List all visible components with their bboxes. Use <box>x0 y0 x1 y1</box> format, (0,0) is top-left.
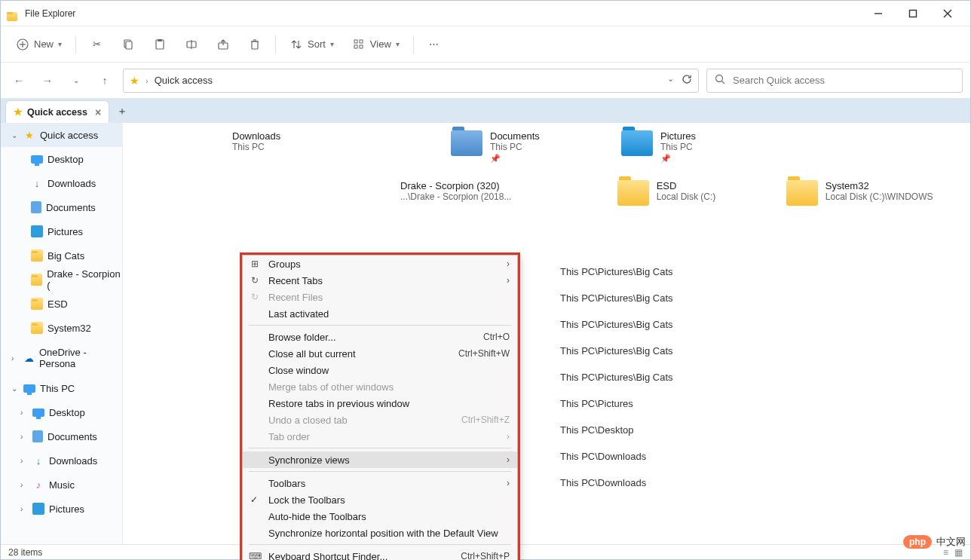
frequent-folders-row1: Downloads This PC Documents This PC 📌 <box>183 130 955 164</box>
forward-button[interactable]: → <box>37 70 58 91</box>
sidebar-item-thispc[interactable]: ⌄This PC <box>1 376 122 400</box>
svg-point-21 <box>716 75 723 82</box>
ctx-sync-views[interactable]: Synchronize views› <box>243 451 517 468</box>
folder-name: Downloads <box>232 130 280 142</box>
watermark-text: 中文网 <box>936 535 966 549</box>
ctx-sync-horiz[interactable]: Synchronize horizontal position with the… <box>243 525 517 541</box>
desktop-icon <box>31 155 43 164</box>
maximize-button[interactable] <box>896 2 930 25</box>
sidebar-item-tp-desktop[interactable]: ›Desktop <box>1 400 122 424</box>
chevron-right-icon: › <box>507 431 510 442</box>
pin-icon: 📌 <box>490 154 540 164</box>
ctx-groups[interactable]: ⊞Groups› <box>243 256 517 272</box>
new-tab-button[interactable]: ＋ <box>114 103 130 120</box>
recent-path[interactable]: This PC\Downloads <box>560 470 862 496</box>
download-icon: ↓ <box>32 454 44 467</box>
folder-item-downloads[interactable]: Downloads This PC <box>232 130 451 164</box>
folder-item-pictures[interactable]: Pictures This PC 📌 <box>621 130 792 164</box>
new-button[interactable]: New ▾ <box>8 32 69 57</box>
folder-icon <box>617 180 649 206</box>
share-button[interactable] <box>209 32 237 57</box>
pc-icon <box>23 384 35 393</box>
sidebar-label: Drake - Scorpion ( <box>47 268 122 291</box>
ctx-keyboard-shortcut[interactable]: ⌨Keyboard Shortcut Finder...Ctrl+Shift+P <box>243 548 517 560</box>
view-button[interactable]: View ▾ <box>345 32 407 57</box>
recent-path[interactable]: This PC\Pictures <box>560 390 862 417</box>
delete-button[interactable] <box>240 32 269 57</box>
recent-path[interactable]: This PC\Pictures\Big Cats <box>560 338 862 364</box>
folder-item-documents[interactable]: Documents This PC 📌 <box>451 130 621 164</box>
sidebar-item-system32[interactable]: System32 <box>1 316 122 340</box>
minimize-button[interactable] <box>862 2 895 25</box>
ctx-close-window[interactable]: Close window <box>243 362 517 378</box>
sidebar-item-documents[interactable]: Documents <box>1 195 122 219</box>
chevron-right-icon: › <box>507 259 510 269</box>
desktop-icon <box>32 409 44 417</box>
sidebar-item-bigcats[interactable]: Big Cats <box>1 243 122 268</box>
sidebar-label: This PC <box>40 383 75 394</box>
sidebar-item-tp-documents[interactable]: ›Documents <box>1 424 122 448</box>
ctx-browse-folder[interactable]: Browse folder...Ctrl+O <box>243 329 517 345</box>
ctx-autohide-toolbars[interactable]: Auto-hide the Toolbars <box>243 508 517 525</box>
ctx-recent-tabs[interactable]: ↻Recent Tabs› <box>243 272 517 289</box>
sidebar-item-desktop[interactable]: Desktop <box>1 147 122 171</box>
content-area: Downloads This PC Documents This PC 📌 <box>123 123 970 546</box>
addressbar[interactable]: ★ › Quick access ⌄ <box>123 69 699 93</box>
sidebar-item-tp-pictures[interactable]: ›Pictures <box>1 497 122 521</box>
folder-icon <box>621 130 653 156</box>
separator <box>249 471 511 472</box>
recent-path[interactable]: This PC\Pictures\Big Cats <box>560 364 862 390</box>
more-button[interactable]: ⋯ <box>420 32 449 57</box>
chevron-right-icon: › <box>20 505 28 513</box>
ctx-recent-files: ↻Recent Files <box>243 289 517 305</box>
search-input[interactable]: Search Quick access <box>706 69 963 93</box>
up-button[interactable]: ↑ <box>94 70 115 91</box>
copy-button[interactable] <box>114 32 142 57</box>
sort-button[interactable]: Sort ▾ <box>282 32 342 57</box>
sidebar-item-quick-access[interactable]: ⌄ ★ Quick access <box>1 123 122 147</box>
back-button[interactable]: ← <box>8 70 29 91</box>
rename-button[interactable] <box>177 32 206 57</box>
close-icon[interactable]: × <box>95 106 101 118</box>
ctx-last-activated[interactable]: Last activated <box>243 305 517 322</box>
folder-sub: This PC <box>232 142 280 152</box>
ctx-restore-tabs[interactable]: Restore tabs in previous window <box>243 395 517 412</box>
picture-icon <box>31 225 43 237</box>
ctx-close-all-but[interactable]: Close all but currentCtrl+Shift+W <box>243 345 517 362</box>
recent-path[interactable]: This PC\Pictures\Big Cats <box>560 285 862 311</box>
sidebar-item-tp-music[interactable]: ›♪Music <box>1 473 122 497</box>
titlebar: File Explorer <box>1 1 970 26</box>
ctx-toolbars[interactable]: Toolbars› <box>243 475 517 491</box>
keyboard-icon: ⌨ <box>249 551 261 560</box>
svg-rect-10 <box>158 39 162 41</box>
tab-quick-access[interactable]: ★ Quick access × <box>5 100 109 123</box>
ctx-lock-toolbars[interactable]: Lock the Toolbars <box>243 491 517 508</box>
chevron-right-icon: › <box>507 478 510 488</box>
recent-path[interactable]: This PC\Downloads <box>560 443 862 470</box>
sidebar-item-tp-downloads[interactable]: ›↓Downloads <box>1 448 122 473</box>
folder-item-system32[interactable]: System32 Local Disk (C:)\WINDOWS <box>786 180 955 206</box>
view-icon <box>352 38 366 51</box>
chevron-down-icon: ⌄ <box>11 131 19 139</box>
ctx-merge-tabs: Merge tabs of other windows <box>243 378 517 395</box>
sidebar-item-esd[interactable]: ESD <box>1 292 122 316</box>
sidebar-item-drake[interactable]: Drake - Scorpion ( <box>1 268 122 292</box>
sidebar-item-downloads[interactable]: ↓Downloads <box>1 171 122 195</box>
recent-path[interactable]: This PC\Desktop <box>560 417 862 443</box>
cut-button[interactable]: ✂ <box>82 32 111 57</box>
sidebar-item-pictures[interactable]: Pictures <box>1 219 122 243</box>
sidebar-item-onedrive[interactable]: ›☁OneDrive - Persona <box>1 346 122 370</box>
star-icon: ★ <box>14 106 23 118</box>
recent-button[interactable]: ⌄ <box>66 70 87 91</box>
breadcrumb[interactable]: Quick access <box>155 75 213 86</box>
folder-item-esd[interactable]: ESD Local Disk (C:) <box>617 180 786 206</box>
folder-icon <box>786 180 818 206</box>
recent-path[interactable]: This PC\Pictures\Big Cats <box>560 259 862 285</box>
refresh-button[interactable] <box>682 74 692 87</box>
chevron-down-icon[interactable]: ⌄ <box>667 74 674 87</box>
body: ⌄ ★ Quick access Desktop ↓Downloads Docu… <box>1 123 970 546</box>
paste-button[interactable] <box>145 32 174 57</box>
close-button[interactable] <box>931 2 964 25</box>
recent-path[interactable]: This PC\Pictures\Big Cats <box>560 311 862 338</box>
folder-item-drake[interactable]: Drake - Scorpion (320) ...\Drake - Scorp… <box>400 180 617 206</box>
